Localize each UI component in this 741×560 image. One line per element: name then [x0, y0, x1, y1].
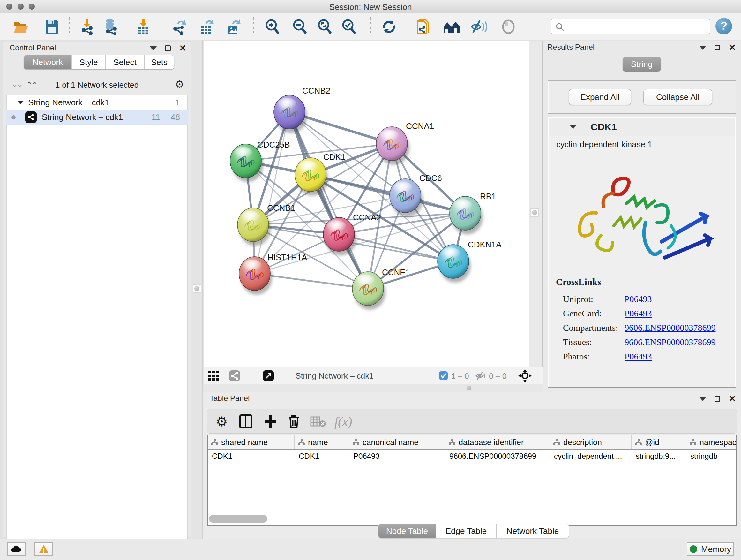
table-gear-icon[interactable]: ⚙	[216, 414, 228, 429]
tab-network[interactable]: Network	[24, 55, 72, 69]
network-node-CDC6[interactable]	[390, 179, 423, 217]
collapse-all-button[interactable]: Collapse All	[643, 89, 712, 105]
gear-icon[interactable]: ⚙	[175, 78, 185, 91]
tab-node-table[interactable]: Node Table	[379, 524, 436, 538]
network-node-CCNB2[interactable]	[274, 95, 307, 133]
panel-menu-icon[interactable]	[699, 397, 706, 401]
panel-close-icon[interactable]: ✕	[179, 45, 186, 51]
import-table-file-icon[interactable]	[135, 18, 151, 35]
network-row[interactable]: String Network – cdk1 11 48	[6, 110, 188, 125]
network-node-CCNA1[interactable]	[376, 127, 409, 165]
import-network-database-icon[interactable]	[103, 18, 119, 35]
crosslink-link[interactable]: 9606.ENSP00000378699	[624, 337, 716, 347]
column-header-@id[interactable]: @id	[631, 435, 686, 449]
tab-network-table[interactable]: Network Table	[496, 524, 569, 538]
cloud-status-button[interactable]	[7, 543, 25, 556]
table-horizontal-scrollbar[interactable]	[209, 515, 267, 523]
table-cell[interactable]: stringdb:9...	[631, 449, 686, 463]
memory-button[interactable]: Memory	[687, 543, 734, 556]
export-image-icon[interactable]	[225, 18, 241, 35]
hide-enrichment-icon[interactable]	[470, 18, 486, 35]
table-cell[interactable]: stringdb	[686, 449, 738, 463]
column-type-icon	[298, 439, 305, 445]
network-node-RB1[interactable]	[450, 196, 483, 234]
column-header-shared-name[interactable]: shared name	[208, 435, 294, 449]
crosslink-link[interactable]: P06493	[624, 352, 652, 361]
splitter-grip[interactable]	[530, 208, 539, 217]
table-cell[interactable]: cyclin–dependent ...	[550, 449, 631, 463]
homology-search-icon[interactable]	[442, 18, 458, 35]
open-session-icon[interactable]	[13, 18, 29, 35]
import-network-file-icon[interactable]	[79, 18, 95, 35]
column-header-canonical-name[interactable]: canonical name	[349, 435, 445, 449]
network-node-HIST1H1A[interactable]	[239, 257, 272, 295]
delete-column-icon[interactable]	[288, 414, 300, 429]
share-view-icon[interactable]	[229, 370, 240, 382]
tab-select[interactable]: Select	[106, 55, 145, 69]
gene-section-header[interactable]: CDK1	[549, 118, 735, 136]
help-icon[interactable]: ?	[716, 18, 732, 35]
warning-status-button[interactable]	[35, 543, 53, 556]
horizontal-splitter[interactable]	[204, 384, 542, 392]
string-protein-query-icon[interactable]	[415, 18, 431, 35]
table-cell[interactable]: CDK1	[208, 449, 294, 463]
show-sphere-icon[interactable]	[500, 18, 516, 35]
panel-float-icon[interactable]	[715, 396, 720, 401]
search-box[interactable]	[551, 18, 711, 35]
open-in-window-icon[interactable]	[263, 370, 274, 382]
network-node-CDK1[interactable]	[295, 158, 328, 196]
function-builder-icon[interactable]: f(x)	[334, 414, 352, 429]
panel-menu-icon[interactable]	[699, 46, 706, 50]
zoom-selected-icon[interactable]	[341, 18, 357, 35]
splitter-grip[interactable]	[193, 285, 201, 293]
delete-table-icon[interactable]	[310, 414, 326, 429]
panel-float-icon[interactable]	[715, 45, 720, 51]
search-input[interactable]	[568, 20, 705, 33]
export-table-icon[interactable]	[199, 18, 214, 35]
crosslink-link[interactable]: P06493	[624, 294, 652, 304]
tree-expand-icon[interactable]	[17, 101, 23, 105]
hidden-eye-icon[interactable]	[475, 371, 486, 381]
network-right-splitter[interactable]	[529, 41, 542, 367]
panel-menu-icon[interactable]	[150, 46, 157, 51]
zoom-out-icon[interactable]	[292, 18, 308, 35]
column-header-database-identifier[interactable]: database identifier	[445, 435, 550, 449]
tab-style[interactable]: Style	[72, 55, 106, 69]
save-session-icon[interactable]	[44, 18, 60, 35]
network-view[interactable]: CCNB2CCNA1CDC25BCDK1CDC6RB1CCNB1CCNA2CDK…	[204, 41, 529, 367]
table-cell[interactable]: CDK1	[294, 449, 349, 463]
panel-close-icon[interactable]: ✕	[729, 45, 736, 51]
tab-edge-table[interactable]: Edge Table	[436, 524, 496, 538]
node-table[interactable]: shared namenamecanonical namedatabase id…	[207, 435, 737, 525]
table-cell[interactable]: 9606.ENSP00000378699	[445, 449, 550, 463]
selected-checkbox-icon[interactable]	[439, 371, 448, 381]
table-cell[interactable]: P06493	[349, 449, 445, 463]
birdseye-icon[interactable]	[518, 369, 532, 384]
column-header-namespac[interactable]: namespac	[686, 435, 738, 449]
add-column-icon[interactable]	[264, 414, 277, 429]
tab-sets[interactable]: Sets	[145, 55, 174, 69]
show-columns-icon[interactable]	[239, 414, 252, 429]
grid-view-icon[interactable]	[208, 370, 219, 382]
network-node-CDC25B[interactable]	[230, 144, 263, 182]
zoom-in-icon[interactable]	[264, 18, 280, 35]
column-header-description[interactable]: description	[550, 435, 631, 449]
panel-float-icon[interactable]	[165, 45, 171, 51]
selected-count: 1 – 0	[451, 372, 469, 381]
crosslink-link[interactable]: P06493	[624, 308, 652, 318]
network-node-CCNE1[interactable]	[352, 272, 386, 310]
expand-all-button[interactable]: Expand All	[569, 89, 631, 105]
panel-close-icon[interactable]: ✕	[729, 396, 736, 401]
vertical-splitter[interactable]	[192, 40, 204, 539]
export-network-icon[interactable]	[172, 18, 187, 35]
network-node-CCNA2[interactable]	[323, 217, 356, 255]
table-row[interactable]: CDK1CDK1P064939606.ENSP00000378699cyclin…	[208, 449, 736, 463]
crosslink-link[interactable]: 9606.ENSP00000378699	[624, 323, 716, 333]
section-collapse-icon[interactable]	[569, 125, 577, 129]
apply-layout-icon[interactable]	[381, 18, 397, 35]
zoom-fit-icon[interactable]	[317, 18, 333, 35]
network-node-CDKN1A[interactable]	[437, 245, 471, 283]
tab-string[interactable]: String	[623, 57, 661, 71]
network-collection-row[interactable]: String Network – cdk1 1	[6, 95, 188, 110]
column-header-name[interactable]: name	[294, 435, 349, 449]
